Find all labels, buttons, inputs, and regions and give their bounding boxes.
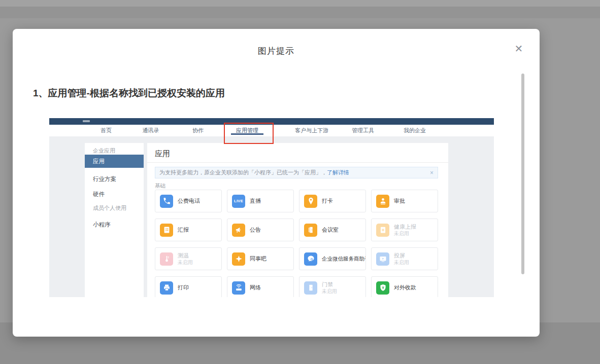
app-name: 投屏 bbox=[394, 252, 409, 259]
app-name: 对外收款 bbox=[394, 284, 416, 291]
app-card[interactable]: 公告 bbox=[227, 219, 294, 241]
cast-screen-icon bbox=[376, 252, 389, 266]
app-card[interactable]: 公费电话 bbox=[155, 190, 222, 212]
console-sidebar: 企业应用应用行业方案硬件成员个人使用小程序 bbox=[85, 143, 144, 297]
printer-icon bbox=[160, 281, 173, 295]
app-name: 网络 bbox=[250, 284, 261, 291]
app-name: 汇报 bbox=[178, 227, 189, 233]
megaphone-icon bbox=[232, 224, 245, 237]
app-name: 测温 bbox=[178, 252, 193, 259]
app-name: 门禁 bbox=[322, 281, 337, 288]
nav-tab[interactable]: 通讯录 bbox=[143, 125, 159, 136]
svg-text:¥: ¥ bbox=[382, 286, 384, 289]
report-doc-icon bbox=[160, 224, 173, 237]
background-band bbox=[0, 7, 600, 18]
app-card[interactable]: 健康上报未启用 bbox=[371, 219, 438, 241]
sidebar-section-label: 企业应用 bbox=[93, 147, 115, 155]
meeting-door-icon bbox=[304, 224, 317, 237]
app-status: 未启用 bbox=[394, 230, 416, 237]
scrollbar-thumb[interactable] bbox=[521, 74, 524, 274]
notice-text: 为支持更多能力，原企业关联添加的「小程序」已统一为「应用」， bbox=[159, 169, 327, 176]
app-name: 公告 bbox=[250, 227, 261, 233]
sidebar-item[interactable]: 硬件 bbox=[85, 188, 144, 201]
app-name: 直播 bbox=[250, 198, 261, 204]
notice-link[interactable]: 了解详情 bbox=[327, 169, 349, 176]
page-title: 应用 bbox=[155, 149, 170, 159]
nav-tab[interactable]: 我的企业 bbox=[404, 125, 426, 136]
sidebar-item[interactable]: 应用 bbox=[85, 155, 144, 168]
nav-tab[interactable]: 首页 bbox=[101, 125, 112, 136]
app-card[interactable]: 汇报 bbox=[155, 219, 222, 241]
app-name: 会议室 bbox=[322, 227, 339, 233]
shield-yen-icon: ¥ bbox=[376, 281, 389, 295]
app-status: 未启用 bbox=[322, 288, 337, 295]
app-name: 公费电话 bbox=[178, 198, 200, 204]
thermometer-icon bbox=[160, 252, 173, 266]
image-tip-modal: 图片提示 ✕ 1、应用管理-根据名称找到已授权安装的应用 首页通讯录协作应用管理… bbox=[13, 29, 540, 337]
embedded-screenshot: 首页通讯录协作应用管理客户与上下游管理工具我的企业 企业应用应用行业方案硬件成员… bbox=[49, 118, 494, 297]
app-card[interactable]: 企业微信服务商助手 bbox=[299, 247, 366, 270]
sidebar-section-label: 成员个人使用 bbox=[93, 204, 126, 212]
app-card[interactable]: 会议室 bbox=[299, 219, 366, 241]
app-card[interactable]: 门禁未启用 bbox=[299, 276, 366, 297]
sidebar-item[interactable]: 行业方案 bbox=[85, 172, 144, 186]
app-name: 健康上报 bbox=[394, 224, 416, 230]
app-card[interactable]: ¥对外收款 bbox=[371, 276, 438, 297]
app-name: 企业微信服务商助手 bbox=[322, 256, 366, 262]
logo-icon bbox=[83, 120, 90, 122]
app-card[interactable]: 测温未启用 bbox=[155, 247, 222, 270]
console-main-panel: 应用 为支持更多能力，原企业关联添加的「小程序」已统一为「应用」， 了解详情 ×… bbox=[147, 143, 448, 297]
background-band bbox=[0, 0, 600, 7]
sidebar-item[interactable]: 小程序 bbox=[85, 218, 144, 231]
notice-close-icon[interactable]: × bbox=[430, 169, 434, 176]
app-status: 未启用 bbox=[394, 259, 409, 266]
nav-tab[interactable]: 协作 bbox=[192, 125, 204, 136]
location-pin-icon bbox=[304, 195, 317, 208]
group-label: 基础 bbox=[155, 183, 165, 190]
step-heading: 1、应用管理-根据名称找到已授权安装的应用 bbox=[33, 87, 225, 100]
app-card[interactable]: 审批 bbox=[371, 190, 438, 212]
app-card[interactable]: LIVE直播 bbox=[227, 190, 294, 212]
app-name: 打卡 bbox=[322, 198, 333, 204]
app-name: 打印 bbox=[178, 284, 189, 291]
live-badge-icon: LIVE bbox=[232, 195, 245, 208]
app-name: 同事吧 bbox=[250, 256, 266, 262]
nav-tab[interactable]: 管理工具 bbox=[352, 125, 374, 136]
app-name: 审批 bbox=[394, 198, 405, 204]
app-card[interactable]: 打印 bbox=[155, 276, 222, 297]
app-card[interactable]: 网络 bbox=[227, 276, 294, 297]
notice-banner: 为支持更多能力，原企业关联添加的「小程序」已统一为「应用」， 了解详情 × bbox=[155, 167, 438, 178]
app-grid: 公费电话LIVE直播打卡审批汇报公告会议室健康上报未启用测温未启用同事吧企业微信… bbox=[155, 190, 438, 297]
chat-search-icon bbox=[304, 252, 317, 266]
router-wifi-icon bbox=[232, 281, 245, 295]
compass-star-icon bbox=[232, 252, 245, 266]
nav-tab[interactable]: 客户与上下游 bbox=[295, 125, 328, 136]
app-card[interactable]: 投屏未启用 bbox=[371, 247, 438, 270]
annotation-highlight-box bbox=[224, 123, 274, 144]
app-card[interactable]: 同事吧 bbox=[227, 247, 294, 270]
app-status: 未启用 bbox=[178, 259, 193, 266]
approval-person-icon bbox=[376, 195, 389, 208]
access-door-icon bbox=[304, 281, 317, 295]
phone-icon bbox=[160, 195, 173, 208]
modal-title: 图片提示 bbox=[13, 45, 540, 57]
close-icon[interactable]: ✕ bbox=[512, 42, 525, 55]
health-clipboard-icon bbox=[376, 224, 389, 237]
app-card[interactable]: 打卡 bbox=[299, 190, 366, 212]
divider bbox=[147, 162, 448, 163]
